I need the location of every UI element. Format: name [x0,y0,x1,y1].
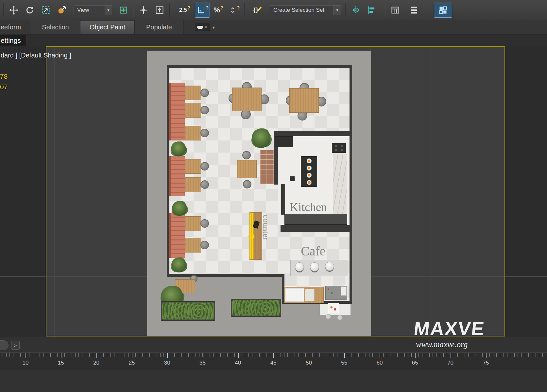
patio-chair[interactable] [337,315,342,320]
mirror-button[interactable] [348,3,363,18]
chevron-down-icon[interactable]: ▼ [212,25,215,29]
snap-toggle-button[interactable]: 2.5? [176,3,194,18]
food-plate[interactable] [307,166,312,171]
wall [167,65,352,68]
settings-panel-tab[interactable]: ettings [0,35,26,46]
percent-snap-button[interactable]: %? [211,3,226,18]
timeline-tick-label: 10 [23,360,29,366]
food-plate[interactable] [307,180,312,185]
toolbar-separator [385,3,385,17]
espresso-machine[interactable] [325,262,334,271]
timeline-major-tick [486,353,487,358]
stove[interactable] [332,143,346,153]
select-scale-button[interactable] [38,3,53,18]
stool[interactable] [290,176,295,181]
patio-chair[interactable] [326,314,331,319]
coffee-machine[interactable] [341,286,347,296]
timeline-tick-label: 20 [93,360,99,366]
table[interactable] [185,126,201,140]
chair[interactable] [200,180,209,189]
wall [167,274,284,277]
spinner-snap-button[interactable]: ? [227,3,242,18]
timeline-major-tick [273,353,274,358]
selection-lock-widget[interactable] [0,340,9,350]
timeline-tick-label: 65 [412,360,418,366]
ribbon-tab-strip: eeformSelectionObject PaintPopulate [0,20,184,34]
dining-table[interactable] [232,88,262,111]
kitchen-wall [281,225,350,232]
ribbon-panel-row: ettings [0,35,547,46]
select-rotate-button[interactable] [22,3,37,18]
chair[interactable] [200,162,209,171]
chair[interactable] [200,129,209,137]
align-button[interactable] [364,3,379,18]
select-placement-button[interactable] [54,3,69,18]
ribbon-tab-bar: eeformSelectionObject PaintPopulate ▼ ▼ [0,20,547,35]
plant[interactable] [171,257,186,272]
table[interactable] [185,216,201,231]
reference-coordinate-label: View [74,7,105,13]
patio-table[interactable] [328,303,339,314]
toolbar-separator [428,3,428,17]
kitchen-counter[interactable] [333,154,347,216]
table[interactable] [185,86,201,100]
chair[interactable] [243,180,251,188]
percent-snap-label: % [214,6,220,14]
selection-gizmo[interactable] [248,234,254,239]
keyboard-override-button[interactable] [152,3,167,18]
create-selection-set-dropdown[interactable]: Create Selection Set ▼ [270,5,341,15]
espresso-machine[interactable] [295,262,304,271]
layer-manager-icon [391,6,400,15]
ribbon-tab-populate[interactable]: Populate [135,20,184,34]
select-manipulate-button[interactable] [136,3,151,18]
grid-line [432,46,432,337]
ribbon-tab-object-paint[interactable]: Object Paint [80,20,135,34]
chair[interactable] [200,219,209,228]
register-item [331,292,333,294]
select-move-button[interactable] [6,3,21,18]
ribbon-tab-selection[interactable]: Selection [31,20,80,34]
booth-seating[interactable] [169,83,185,140]
pastry-display-case[interactable] [285,288,304,302]
display-case[interactable] [305,289,315,301]
main-toolbar: View ▼ 2.5? ? %? ? { } Create Se [0,0,547,20]
table[interactable] [237,160,257,178]
plant[interactable] [252,128,271,148]
chair[interactable] [200,106,209,114]
next-frame-button[interactable]: > [11,341,20,350]
layer-manager-button[interactable] [388,3,403,18]
floorplan-render[interactable]: Kitchen Cafe counter [147,51,371,336]
chair[interactable] [242,151,251,159]
mirror-icon [351,6,360,15]
ribbon-config-button[interactable] [434,3,452,18]
angle-snap-icon [196,6,205,15]
scale-icon [41,6,50,15]
brick-divider[interactable] [260,150,274,184]
food-plate[interactable] [307,173,312,178]
kitchen-sink-counter[interactable] [275,136,293,147]
chair[interactable] [200,89,209,97]
timeline-tick-label: 35 [199,360,206,366]
plant[interactable] [171,141,186,156]
use-pivot-center-button[interactable] [116,3,131,18]
angle-snap-button[interactable]: ? [195,3,210,18]
ribbon-tab-eeform[interactable]: eeform [0,20,31,34]
timeline-ruler[interactable]: 1015202530354045505560657075 [0,352,547,370]
table[interactable] [185,177,201,192]
plant[interactable] [172,201,187,216]
table[interactable] [185,103,201,118]
booth-seating[interactable] [169,213,185,258]
dining-table[interactable] [289,88,319,113]
table[interactable] [185,238,201,253]
pencil-icon [257,7,262,11]
food-plate[interactable] [307,158,312,163]
table[interactable] [185,159,201,174]
booth-seating[interactable] [169,156,185,196]
scene-explorer-button[interactable] [406,3,421,18]
chair[interactable] [200,241,209,249]
kitchen-back-counter[interactable] [284,214,347,225]
espresso-machine[interactable] [310,262,319,271]
ribbon-flyout-button[interactable]: ▼ [195,24,210,31]
reference-coordinate-dropdown[interactable]: View ▼ [74,5,112,15]
edit-named-selections-button[interactable]: { } [247,3,266,18]
